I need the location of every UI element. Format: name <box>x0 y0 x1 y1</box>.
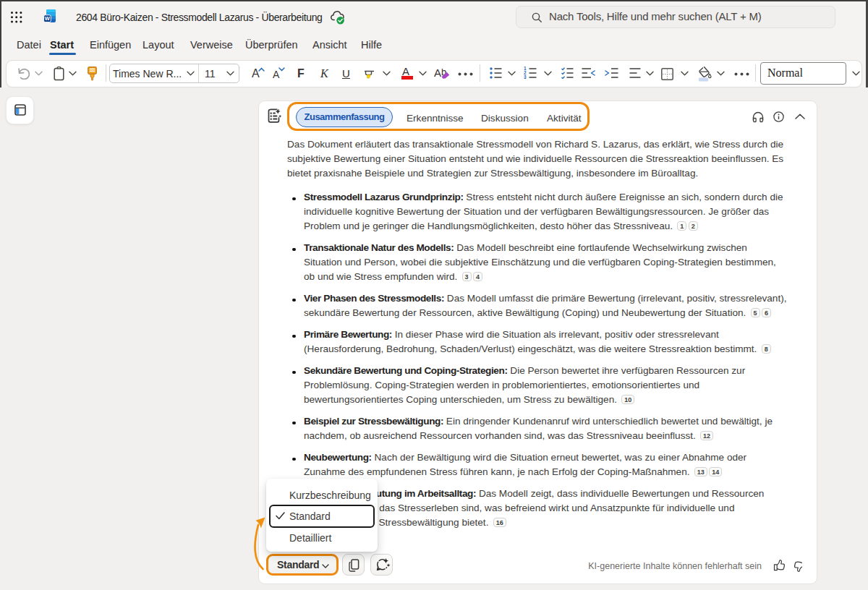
svg-text:3: 3 <box>524 74 527 80</box>
svg-text:W: W <box>45 15 51 22</box>
